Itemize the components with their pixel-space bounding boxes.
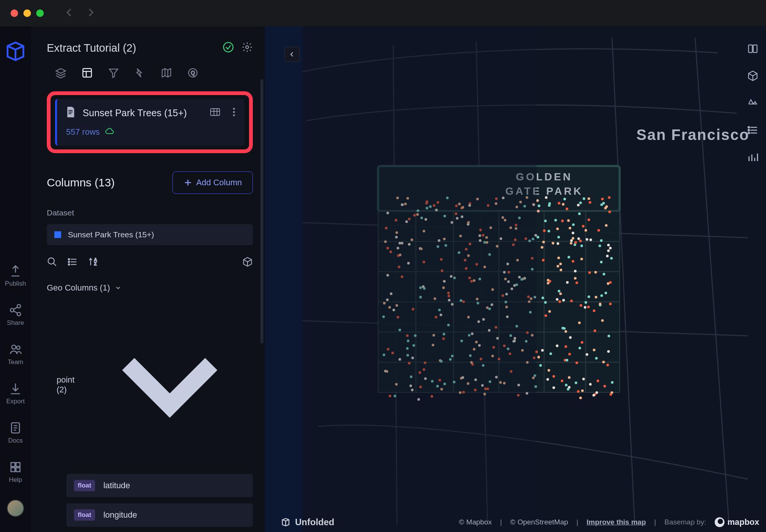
svg-point-3 <box>12 345 16 349</box>
svg-rect-9 <box>16 468 20 472</box>
svg-point-0 <box>17 304 21 308</box>
svg-rect-13 <box>83 69 92 77</box>
panel-scrollbar[interactable] <box>260 79 263 343</box>
window-close-icon[interactable] <box>11 9 18 17</box>
attribution-mapbox[interactable]: © Mapbox <box>459 518 492 526</box>
app-logo-icon[interactable] <box>5 41 26 63</box>
svg-point-1 <box>11 309 14 312</box>
svg-marker-16 <box>109 69 118 78</box>
map-canvas[interactable]: San Francisco GOLDENGATE PARK Unfolded ©… <box>265 26 766 532</box>
svg-point-38 <box>68 264 70 265</box>
column-list-icon[interactable] <box>67 257 78 269</box>
svg-point-36 <box>68 258 70 260</box>
map-label-san-francisco: San Francisco <box>637 126 749 143</box>
svg-rect-19 <box>69 110 73 111</box>
document-icon <box>66 106 76 119</box>
map-dim-overlay <box>265 26 537 532</box>
unfolded-brand: Unfolded <box>281 517 334 527</box>
svg-line-32 <box>54 263 56 266</box>
map-footer: Unfolded © Mapbox | © OpenStreetMap | Im… <box>265 517 759 527</box>
nav-forward-button[interactable] <box>85 7 96 19</box>
subgroup-point[interactable]: point (2) <box>57 302 253 468</box>
column-latitude[interactable]: float latitude <box>66 474 253 497</box>
svg-point-37 <box>68 261 70 263</box>
settings-gear-icon[interactable] <box>241 42 253 54</box>
rail-team-label: Team <box>8 358 23 366</box>
rail-share-button[interactable]: Share <box>0 303 31 327</box>
tab-columns[interactable] <box>82 67 93 80</box>
svg-point-58 <box>748 127 750 128</box>
svg-rect-8 <box>11 468 15 472</box>
tab-filters[interactable] <box>108 67 119 80</box>
window-minimize-icon[interactable] <box>23 9 31 17</box>
svg-rect-22 <box>211 109 220 115</box>
dataset-name: Sunset Park Trees (15+) <box>83 108 198 118</box>
panel-collapse-button[interactable] <box>285 47 300 62</box>
dataset-more-icon[interactable] <box>232 107 235 118</box>
svg-point-2 <box>17 312 21 316</box>
dataset-select[interactable]: Sunset Park Trees (15+) <box>47 224 253 245</box>
tab-query[interactable]: Q <box>187 67 198 80</box>
dataset-select-label: Sunset Park Trees (15+) <box>68 230 154 239</box>
tab-interactions[interactable] <box>134 67 146 80</box>
svg-point-10 <box>224 43 233 52</box>
add-column-label: Add Column <box>196 178 242 188</box>
tool-3d-icon[interactable] <box>747 70 758 83</box>
svg-rect-7 <box>16 463 20 467</box>
tool-draw-icon[interactable] <box>747 97 758 110</box>
svg-rect-21 <box>69 113 72 114</box>
subgroup-point-label: point (2) <box>57 375 82 395</box>
user-avatar[interactable] <box>7 500 24 517</box>
svg-rect-6 <box>11 463 15 467</box>
rail-docs-label: Docs <box>8 437 23 444</box>
column-cube-icon[interactable] <box>242 257 253 269</box>
dataset-section-label: Dataset <box>47 208 253 217</box>
tab-layers[interactable] <box>55 67 66 80</box>
group-geo-columns[interactable]: Geo Columns (1) <box>47 283 253 293</box>
attribution-improve-map[interactable]: Improve this map <box>586 518 646 526</box>
tool-chart-icon[interactable] <box>747 152 758 165</box>
panel-tabbar: Q <box>47 54 253 88</box>
rail-share-label: Share <box>7 319 24 327</box>
left-nav-rail: Publish Share Team Export Docs Help <box>0 26 31 532</box>
svg-rect-20 <box>69 112 73 112</box>
svg-text:A: A <box>94 257 97 262</box>
rail-docs-button[interactable]: Docs <box>0 421 31 444</box>
side-panel: Extract Tutorial (2) Q Sunset Park Trees… <box>31 26 265 532</box>
group-geo-label: Geo Columns (1) <box>47 283 110 293</box>
type-chip-float: float <box>74 480 95 491</box>
svg-point-31 <box>48 258 54 264</box>
project-title: Extract Tutorial (2) <box>47 42 215 54</box>
column-sort-icon[interactable]: AZ <box>88 257 98 269</box>
svg-rect-53 <box>749 45 752 52</box>
tab-basemap[interactable] <box>161 67 172 80</box>
add-column-button[interactable]: Add Column <box>172 171 253 194</box>
svg-text:Z: Z <box>94 261 97 266</box>
status-check-icon <box>223 42 234 54</box>
tool-legend-icon[interactable] <box>747 125 758 137</box>
tool-split-view-icon[interactable] <box>747 43 758 56</box>
svg-point-4 <box>17 346 20 349</box>
rail-help-button[interactable]: Help <box>0 460 31 484</box>
window-maximize-icon[interactable] <box>36 9 44 17</box>
svg-point-59 <box>748 129 750 131</box>
svg-point-28 <box>233 114 235 116</box>
rail-publish-label: Publish <box>5 280 26 288</box>
svg-point-27 <box>233 111 235 113</box>
nav-back-button[interactable] <box>64 7 75 19</box>
attribution-osm[interactable]: © OpenStreetMap <box>510 518 568 526</box>
dataset-row-count: 557 rows <box>66 127 100 137</box>
svg-point-60 <box>748 132 750 134</box>
svg-text:Q: Q <box>191 70 195 76</box>
dataset-card[interactable]: Sunset Park Trees (15+) 557 rows <box>55 99 245 146</box>
column-search-icon[interactable] <box>47 257 57 269</box>
svg-point-26 <box>233 108 235 110</box>
column-longitude[interactable]: float longitude <box>66 503 253 527</box>
rail-publish-button[interactable]: Publish <box>0 264 31 288</box>
columns-title: Columns (13) <box>47 176 115 189</box>
dataset-table-icon[interactable] <box>210 108 220 118</box>
column-latitude-label: latitude <box>103 481 130 490</box>
rail-team-button[interactable]: Team <box>0 343 31 366</box>
svg-point-11 <box>246 46 249 49</box>
rail-export-button[interactable]: Export <box>0 382 31 405</box>
